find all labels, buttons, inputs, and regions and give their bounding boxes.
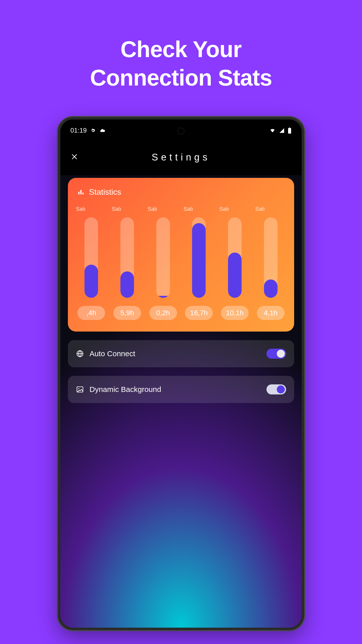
app-screen: 01:19 bbox=[60, 119, 302, 628]
wifi-icon bbox=[269, 128, 276, 133]
phone-frame: 01:19 bbox=[58, 117, 304, 630]
chart-column: Salı,4h bbox=[75, 206, 108, 320]
chart-bar-track bbox=[192, 217, 206, 298]
chart-bar-fill bbox=[120, 271, 134, 298]
chart-column: Salı16,7h bbox=[183, 206, 215, 320]
chart-bar-fill bbox=[156, 296, 170, 298]
chart-column: Salı4,1h bbox=[254, 206, 287, 320]
auto-connect-toggle[interactable] bbox=[266, 349, 286, 359]
promo-title: Check YourConnection Stats bbox=[90, 35, 272, 92]
status-left: 01:19 bbox=[70, 127, 106, 134]
chart-bar-track bbox=[120, 217, 134, 298]
chart-day-label: Salı bbox=[75, 206, 85, 212]
chart-day-label: Salı bbox=[111, 206, 121, 212]
image-icon bbox=[76, 385, 84, 393]
setting-auto-connect[interactable]: Auto Connect bbox=[68, 340, 294, 367]
status-right bbox=[269, 128, 292, 134]
camera-notch bbox=[177, 128, 185, 135]
chart-column: Salı5,9h bbox=[111, 206, 144, 320]
statistics-card: Statistics Salı,4hSalı5,9hSalı0,2hSalı16… bbox=[68, 178, 294, 332]
dynamic-background-toggle[interactable] bbox=[266, 384, 286, 394]
chart-hour-value: ,4h bbox=[77, 306, 105, 320]
chart-column: Salı0,2h bbox=[147, 206, 179, 320]
chart-day-label: Salı bbox=[218, 206, 229, 212]
gear-icon bbox=[90, 128, 96, 133]
setting-label: Dynamic Background bbox=[89, 385, 261, 394]
chart-hour-value: 0,2h bbox=[149, 306, 177, 320]
status-time: 01:19 bbox=[70, 127, 87, 134]
battery-icon bbox=[288, 128, 292, 134]
chart-bar-track bbox=[84, 217, 98, 298]
app-header: Settings bbox=[60, 139, 302, 175]
chart-hour-value: 4,1h bbox=[257, 306, 285, 320]
bar-chart-icon bbox=[77, 189, 84, 196]
chart-hour-value: 10,1h bbox=[221, 306, 249, 320]
statistics-header: Statistics bbox=[75, 187, 287, 197]
statistics-title: Statistics bbox=[89, 187, 121, 197]
close-button[interactable] bbox=[70, 153, 78, 162]
toggle-knob bbox=[277, 385, 285, 393]
chart-bar-track bbox=[228, 217, 242, 298]
content: Statistics Salı,4hSalı5,9hSalı0,2hSalı16… bbox=[60, 175, 302, 403]
signal-icon bbox=[279, 128, 285, 133]
setting-label: Auto Connect bbox=[89, 349, 261, 358]
svg-point-5 bbox=[78, 388, 79, 389]
chart-hour-value: 16,7h bbox=[185, 306, 213, 320]
page-title: Settings bbox=[70, 152, 292, 163]
chart-column: Salı10,1h bbox=[218, 206, 251, 320]
chart-hour-value: 5,9h bbox=[113, 306, 141, 320]
chart-bar-fill bbox=[228, 253, 242, 298]
svg-rect-0 bbox=[78, 191, 80, 194]
chart-bar-fill bbox=[192, 223, 206, 298]
chart-bar-track bbox=[156, 217, 170, 298]
toggle-knob bbox=[277, 350, 285, 358]
setting-dynamic-background[interactable]: Dynamic Background bbox=[68, 376, 294, 403]
chart-day-label: Salı bbox=[147, 206, 157, 212]
chart-bar-track bbox=[264, 217, 278, 298]
chart-bar-fill bbox=[264, 279, 278, 298]
chart-day-label: Salı bbox=[183, 206, 193, 212]
svg-rect-2 bbox=[82, 192, 84, 194]
statistics-chart: Salı,4hSalı5,9hSalı0,2hSalı16,7hSalı10,1… bbox=[75, 206, 287, 320]
cloud-icon bbox=[99, 128, 106, 133]
chart-day-label: Salı bbox=[254, 206, 265, 212]
globe-icon bbox=[76, 350, 84, 358]
svg-rect-1 bbox=[80, 190, 82, 194]
chart-bar-fill bbox=[84, 265, 98, 298]
